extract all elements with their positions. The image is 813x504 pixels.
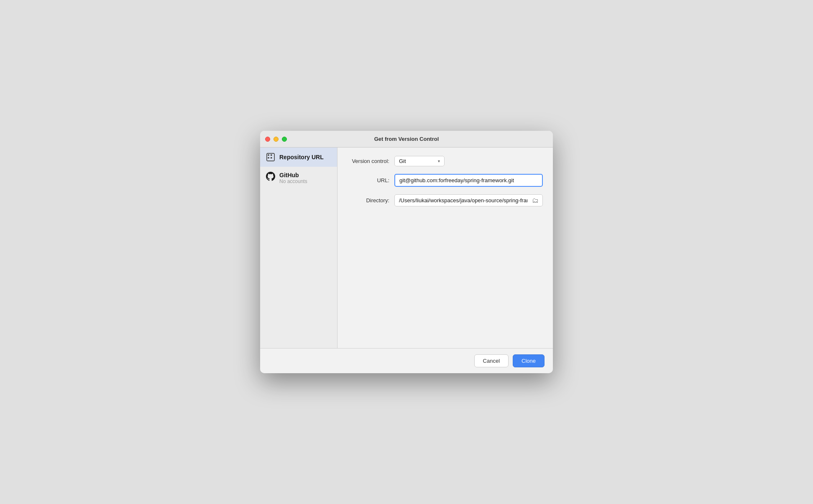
dialog-body: Repository URL GitHub No accounts Versio…: [260, 148, 553, 348]
clone-button[interactable]: Clone: [513, 354, 545, 367]
directory-row: Directory: 🗂: [348, 194, 543, 206]
spacer: [348, 214, 543, 340]
github-icon: [266, 172, 275, 182]
title-bar: Get from Version Control: [260, 131, 553, 148]
version-control-row: Version control: Git ▾: [348, 156, 543, 166]
maximize-button[interactable]: [282, 137, 287, 142]
url-row: URL:: [348, 174, 543, 187]
sidebar-item-repository-url[interactable]: Repository URL: [260, 148, 337, 167]
version-control-value: Git: [399, 158, 435, 164]
directory-input[interactable]: [394, 194, 543, 206]
dialog: Get from Version Control Repository URL: [260, 131, 553, 373]
dialog-footer: Cancel Clone: [260, 348, 553, 373]
sidebar-item-github[interactable]: GitHub No accounts: [260, 167, 337, 189]
cancel-button[interactable]: Cancel: [474, 354, 509, 367]
version-control-label: Version control:: [348, 158, 389, 164]
main-panel: Version control: Git ▾ URL: Directory: 🗂: [337, 148, 553, 348]
sidebar: Repository URL GitHub No accounts: [260, 148, 337, 348]
version-control-dropdown[interactable]: Git ▾: [394, 156, 445, 166]
repo-url-icon: [266, 153, 275, 162]
url-input[interactable]: [394, 174, 543, 187]
minimize-button[interactable]: [274, 137, 279, 142]
sidebar-github-texts: GitHub No accounts: [279, 172, 307, 184]
traffic-lights: [265, 137, 287, 142]
sidebar-item-label-repository-url: Repository URL: [279, 154, 324, 160]
url-input-wrapper: [394, 174, 543, 187]
chevron-down-icon: ▾: [438, 159, 440, 163]
browse-folder-icon[interactable]: 🗂: [532, 197, 539, 204]
sidebar-github-sublabel: No accounts: [279, 178, 307, 184]
sidebar-github-label: GitHub: [279, 172, 307, 178]
window-title: Get from Version Control: [374, 136, 439, 142]
directory-input-wrapper: 🗂: [394, 194, 543, 206]
directory-label: Directory:: [348, 197, 389, 204]
close-button[interactable]: [265, 137, 270, 142]
url-label: URL:: [348, 177, 389, 183]
